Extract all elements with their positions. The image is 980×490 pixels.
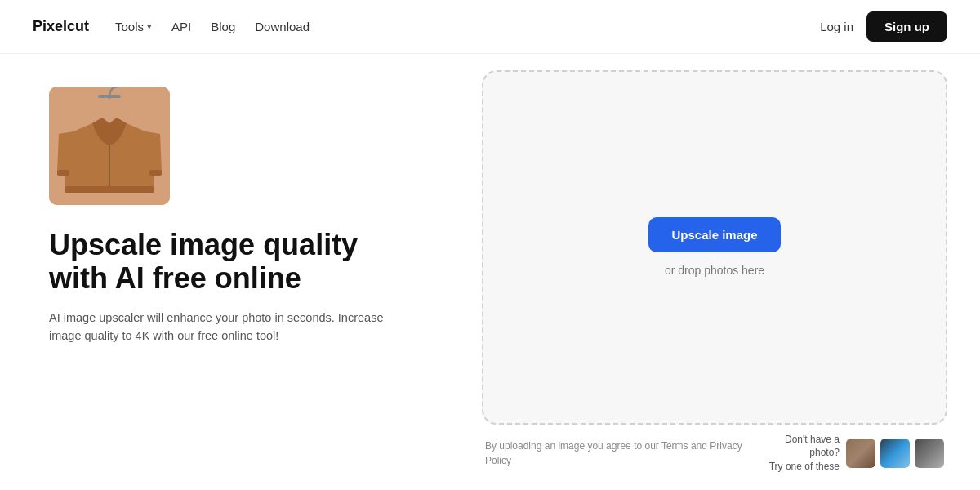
sample-thumb-3[interactable] [915,439,944,468]
nav-api[interactable]: API [172,20,191,33]
svg-rect-2 [65,186,154,193]
nav-links: Tools ▾ API Blog Download [115,20,310,33]
page-headline: Upscale image quality with AI free onlin… [49,228,392,296]
product-image [49,87,170,205]
nav-blog[interactable]: Blog [211,20,235,33]
sample-thumb-2[interactable] [880,439,910,468]
main-content: Upscale image quality with AI free onlin… [0,54,980,490]
upscale-button[interactable]: Upscale image [648,217,780,252]
sample-thumb-1[interactable] [846,439,875,468]
upload-footer: By uploading an image you agree to our T… [482,433,947,474]
drop-text: or drop photos here [665,264,764,277]
left-panel: Upscale image quality with AI free onlin… [0,54,474,490]
chevron-down-icon: ▾ [147,21,152,32]
svg-rect-3 [57,170,69,176]
policy-text: By uploading an image you agree to our T… [485,439,760,468]
signup-button[interactable]: Sign up [866,11,947,42]
page-subtext: AI image upscaler will enhance your phot… [49,309,392,345]
nav-tools[interactable]: Tools ▾ [115,20,152,33]
nav-download[interactable]: Download [255,20,310,33]
logo[interactable]: Pixelcut [33,18,89,35]
svg-rect-4 [149,170,162,176]
sample-label: Don't have a photo? Try one of these [760,433,840,474]
navbar: Pixelcut Tools ▾ API Blog Download Log i… [0,0,980,54]
nav-right: Log in Sign up [820,11,947,42]
right-panel: Upscale image or drop photos here By upl… [474,54,980,490]
sample-thumbnails [846,439,944,468]
login-button[interactable]: Log in [820,20,853,33]
sample-photos-section: Don't have a photo? Try one of these [760,433,944,474]
upload-dropzone[interactable]: Upscale image or drop photos here [482,70,947,425]
tools-label: Tools [115,20,144,33]
nav-left: Pixelcut Tools ▾ API Blog Download [33,18,310,35]
